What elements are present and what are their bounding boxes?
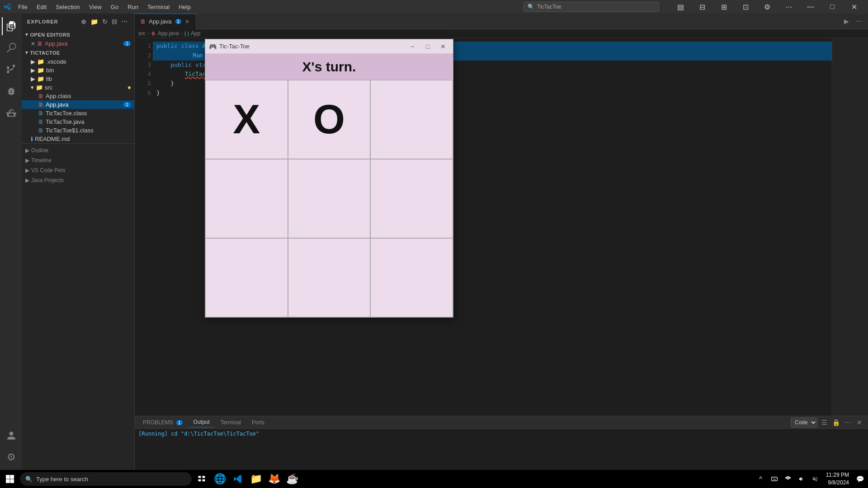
board-cell-0-2[interactable]: [370, 80, 453, 159]
popup-window[interactable]: 🎮 Tic-Tac-Toe − □ ✕ X's turn. X O: [205, 39, 453, 318]
taskbar-vscode[interactable]: [230, 471, 246, 487]
activity-explorer[interactable]: [2, 17, 20, 35]
chevron-right-icon: ▶: [31, 67, 35, 74]
close-button[interactable]: ✕: [844, 0, 864, 14]
global-search[interactable]: 🔍 TicTacToe: [524, 2, 659, 12]
tree-app-class[interactable]: 🗎 App.class: [22, 92, 134, 100]
panel-clear-icon[interactable]: ☰: [819, 418, 829, 427]
close-icon: ✕: [31, 41, 35, 47]
tray-chevron[interactable]: ^: [755, 471, 767, 487]
output-source-select[interactable]: Code: [791, 418, 817, 427]
settings-icon[interactable]: ⚙: [757, 0, 778, 14]
tree-src-folder[interactable]: ▾ 📁 src: [22, 83, 134, 92]
more-actions-icon[interactable]: ⋯: [854, 16, 864, 27]
menu-terminal[interactable]: Terminal: [144, 3, 173, 11]
panel-tab-problems[interactable]: PROBLEMS 1: [138, 418, 187, 427]
activity-search[interactable]: [2, 39, 20, 57]
tray-network[interactable]: [782, 471, 794, 487]
section-open-editors[interactable]: ▾ Open Editors: [22, 30, 134, 39]
menu-file[interactable]: File: [14, 3, 31, 11]
popup-minimize-button[interactable]: −: [406, 42, 419, 52]
panel-tab-output[interactable]: Output: [189, 417, 214, 427]
tree-lib-folder[interactable]: ▶ 📁 lib: [22, 75, 134, 83]
board-cell-0-0[interactable]: X: [205, 80, 288, 159]
panel-lock-icon[interactable]: 🔒: [831, 418, 841, 427]
tray-mute[interactable]: [809, 471, 821, 487]
tree-bin-folder[interactable]: ▶ 📁 bin: [22, 66, 134, 75]
breadcrumb-appjava[interactable]: App.java: [158, 30, 179, 37]
taskbar-clock[interactable]: 11:29 PM 9/8/2024: [822, 471, 853, 487]
taskbar-firefox[interactable]: 🦊: [266, 471, 282, 487]
run-link[interactable]: Run: [193, 52, 203, 60]
tree-readme[interactable]: ℹ README.md: [22, 135, 134, 143]
board-cell-0-1[interactable]: O: [288, 80, 371, 159]
more-actions-icon[interactable]: ⋯: [120, 17, 129, 26]
popup-maximize-button[interactable]: □: [421, 42, 434, 52]
activity-extensions[interactable]: [2, 104, 20, 122]
sidebar-java-projects[interactable]: ▶ Java Projects: [22, 175, 134, 185]
tree-tictactoe-class[interactable]: 🗎 TicTacToe.class: [22, 109, 134, 117]
taskbar-task-view[interactable]: [193, 471, 210, 487]
section-tictactoe[interactable]: ▾ TicTacToe: [22, 48, 134, 57]
activity-accounts[interactable]: [2, 427, 20, 445]
maximize-button[interactable]: □: [822, 0, 843, 14]
popup-close-button[interactable]: ✕: [437, 42, 449, 52]
split-editor-icon[interactable]: ⊞: [713, 0, 734, 14]
panel-toggle-icon[interactable]: ⊟: [692, 0, 712, 14]
chevron-right-icon: ▶: [25, 167, 29, 174]
panel-close-icon[interactable]: ✕: [854, 418, 864, 427]
start-button[interactable]: [2, 471, 18, 487]
board-cell-2-0[interactable]: [205, 238, 288, 317]
taskbar-java[interactable]: ☕: [284, 471, 300, 487]
menu-selection[interactable]: Selection: [52, 3, 83, 11]
breadcrumb-src[interactable]: src: [138, 30, 146, 37]
activity-settings[interactable]: ⚙: [2, 448, 20, 466]
tree-tictactoe-java[interactable]: 🗎 TicTacToe.java: [22, 117, 134, 126]
panel-more-icon[interactable]: ⋯: [843, 418, 853, 427]
svg-rect-1: [203, 476, 205, 478]
menu-help[interactable]: Help: [175, 3, 194, 11]
open-editor-file[interactable]: App.java: [45, 40, 68, 47]
menu-view[interactable]: View: [85, 3, 105, 11]
open-editor-close-icon[interactable]: ✕ 🗎 App.java 1: [22, 39, 134, 48]
minimize-button[interactable]: —: [800, 0, 821, 14]
sidebar-vs-code-pets[interactable]: ▶ VS Code Pets: [22, 165, 134, 175]
tree-tictactoe1-class[interactable]: 🗎 TicTacToe$1.class: [22, 126, 134, 135]
refresh-icon[interactable]: ↻: [101, 17, 109, 26]
board-cell-1-0[interactable]: [205, 159, 288, 238]
tab-app-java[interactable]: 🗎 App.java 1 ✕: [135, 14, 196, 29]
sidebar-outline[interactable]: ▶ Outline: [22, 145, 134, 155]
breadcrumb-app-class[interactable]: App: [191, 30, 200, 37]
new-file-icon[interactable]: ⊕: [80, 17, 88, 26]
board-cell-1-2[interactable]: [370, 159, 453, 238]
board-cell-2-2[interactable]: [370, 238, 453, 317]
menu-edit[interactable]: Edit: [33, 3, 50, 11]
taskbar-right: ^ 11:29 PM 9/8/2024 💬: [755, 471, 866, 487]
menu-go[interactable]: Go: [107, 3, 122, 11]
customize-layout-icon[interactable]: ⊡: [735, 0, 756, 14]
tray-volume[interactable]: [795, 471, 808, 487]
menu-run[interactable]: Run: [124, 3, 142, 11]
tray-notifications[interactable]: 💬: [854, 471, 866, 487]
collapse-all-icon[interactable]: ⊟: [111, 17, 118, 26]
taskbar-search[interactable]: 🔍 Type here to search: [20, 472, 192, 486]
tray-keyboard[interactable]: [768, 471, 781, 487]
output-text: [Running] cd "d:\TicTacToe\TicTacToe": [138, 431, 259, 437]
board-cell-2-1[interactable]: [288, 238, 371, 317]
activity-debug[interactable]: [2, 82, 20, 100]
tree-app-java[interactable]: 🗎 App.java 1: [22, 100, 134, 109]
panel-tab-terminal[interactable]: Terminal: [216, 418, 245, 427]
minimap-slider[interactable]: [833, 38, 868, 416]
taskbar-explorer[interactable]: 📁: [248, 471, 264, 487]
board-cell-1-1[interactable]: [288, 159, 371, 238]
run-icon[interactable]: ▶: [841, 16, 852, 27]
activity-source-control[interactable]: [2, 61, 20, 79]
taskbar-chrome[interactable]: 🌐: [212, 471, 228, 487]
tab-close-icon[interactable]: ✕: [184, 18, 190, 25]
sidebar-toggle-icon[interactable]: ▤: [670, 0, 691, 14]
tree-vscode-folder[interactable]: ▶ 📁 .vscode: [22, 57, 134, 66]
panel-tab-ports[interactable]: Ports: [247, 418, 269, 427]
more-icon[interactable]: ⋯: [778, 0, 799, 14]
new-folder-icon[interactable]: 📁: [90, 17, 99, 26]
sidebar-timeline[interactable]: ▶ Timeline: [22, 155, 134, 165]
